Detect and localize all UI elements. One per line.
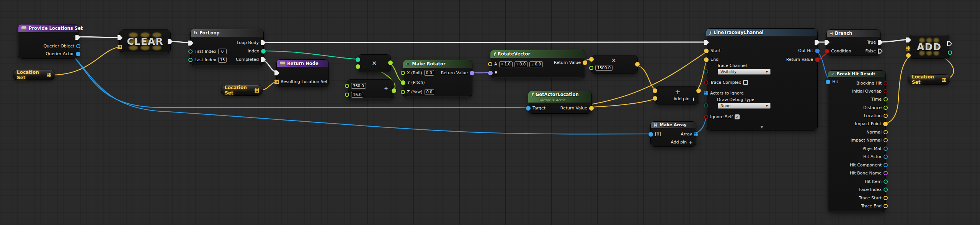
loop-body-pin[interactable]: Loop Body: [237, 40, 266, 46]
target-array-pin[interactable]: [118, 44, 122, 50]
exec-in-pin[interactable]: [118, 35, 122, 41]
x-roll-pin[interactable]: X (Roll) 0.0: [401, 70, 434, 76]
multiply-in-b-pin[interactable]: 1500.0: [589, 65, 612, 71]
hit-bone-name-pin[interactable]: Hit Bone Name: [850, 170, 888, 176]
end-pin[interactable]: End: [704, 57, 719, 62]
node-provide-locations-set[interactable]: Provide Locations Set Querier Object Que…: [18, 24, 78, 58]
trace-channel-dropdown[interactable]: Visibility▼: [718, 69, 771, 75]
hit-item-pin[interactable]: Hit Item: [865, 179, 888, 184]
divide-in-b-pin[interactable]: 16.0: [345, 92, 363, 98]
multiply-in-b-pin[interactable]: [356, 64, 360, 69]
variable-location-set-right[interactable]: Location Set: [908, 75, 950, 85]
trace-complex-checkbox[interactable]: [743, 80, 748, 85]
return-value-pin[interactable]: Return Value: [441, 70, 474, 76]
new-item-pin[interactable]: [906, 52, 911, 58]
querier-actor-pin[interactable]: Querier Actor: [46, 51, 80, 57]
add-out-pin[interactable]: [696, 88, 701, 93]
exec-in-pin[interactable]: [906, 37, 911, 43]
draw-debug-type-pin[interactable]: [704, 103, 708, 108]
divide-a-value[interactable]: 360.0: [351, 83, 366, 89]
node-line-trace-by-channel[interactable]: ƒ LineTraceByChannel Start End Trace Cha…: [706, 29, 817, 130]
z-yaw-pin[interactable]: Z (Yaw) 0.0: [401, 89, 434, 95]
false-pin[interactable]: False: [865, 48, 883, 54]
true-pin[interactable]: True: [867, 39, 883, 45]
face-index-pin[interactable]: Face Index: [859, 187, 888, 192]
completed-pin[interactable]: Completed: [236, 57, 266, 62]
array-out-pin[interactable]: Array: [681, 131, 698, 137]
last-index-pin[interactable]: Last Index 15: [188, 57, 227, 63]
querier-object-pin[interactable]: Querier Object: [43, 43, 80, 49]
collapse-chevron-icon[interactable]: ▼: [761, 125, 763, 129]
node-rotate-vector[interactable]: ƒ RotateVector A X1.0 Y0.0 Z0.0 B Return…: [490, 50, 585, 78]
exec-in-pin[interactable]: [704, 39, 709, 45]
exec-out-pin[interactable]: [947, 41, 952, 47]
array-pin[interactable]: [942, 78, 946, 82]
trace-end-pin[interactable]: Trace End: [861, 203, 888, 209]
array-pin[interactable]: [47, 73, 51, 77]
start-pin[interactable]: Start: [704, 48, 721, 54]
node-divide[interactable]: ÷ 360.0 16.0: [347, 80, 394, 99]
node-get-actor-location[interactable]: ƒ GetActorLocation Target is Actor Targe…: [528, 91, 591, 113]
normal-pin[interactable]: Normal: [866, 129, 888, 135]
element-0-pin[interactable]: [0]: [648, 131, 661, 137]
index-pin[interactable]: Index: [248, 48, 266, 54]
divide-in-a-pin[interactable]: 360.0: [345, 83, 366, 89]
b-rotator-pin[interactable]: B: [488, 70, 498, 76]
return-value-pin[interactable]: Return Value: [554, 60, 587, 65]
y-pitch-pin[interactable]: Y (Pitch): [401, 80, 425, 85]
node-break-hit-result[interactable]: ≺ Break Hit Result Hit Blocking Hit Init…: [828, 71, 885, 212]
return-index-pin[interactable]: [948, 50, 952, 55]
multiply-out-pin[interactable]: [635, 61, 640, 67]
exec-out-pin[interactable]: [815, 39, 820, 45]
trace-channel-pin[interactable]: [704, 68, 708, 74]
actors-to-ignore-pin[interactable]: Actors to Ignore: [704, 90, 744, 96]
out-hit-pin[interactable]: Out Hit: [798, 48, 820, 54]
exec-in-pin[interactable]: [825, 39, 830, 45]
node-array-clear[interactable]: CLEAR: [120, 30, 170, 53]
impact-point-pin[interactable]: Impact Point: [855, 121, 888, 127]
ignore-self-pin[interactable]: Ignore Self ✓: [704, 114, 740, 120]
node-array-add[interactable]: ADD: [908, 35, 950, 58]
initial-overlap-pin[interactable]: Initial Overlap: [852, 88, 888, 94]
trace-start-pin[interactable]: Trace Start: [859, 195, 888, 201]
target-array-pin[interactable]: [906, 46, 910, 51]
draw-debug-type-dropdown[interactable]: None▼: [718, 103, 771, 109]
blocking-hit-pin[interactable]: Blocking Hit: [856, 80, 888, 86]
node-make-array[interactable]: Make Array [0] Array +Add pin: [651, 122, 696, 146]
node-add-vector[interactable]: + +Add pin: [655, 87, 699, 104]
phys-mat-pin[interactable]: Phys Mat: [862, 146, 888, 152]
return-value-pin[interactable]: Return Value: [560, 105, 594, 111]
z-yaw-value[interactable]: 0.0: [425, 89, 434, 95]
variable-location-set-mid[interactable]: Location Set: [221, 85, 262, 95]
node-branch[interactable]: ◀ Branch Condition True False: [827, 30, 880, 55]
a-x-value[interactable]: X1.0: [499, 61, 513, 67]
resulting-location-set-pin[interactable]: Resulting Location Set: [274, 79, 328, 85]
target-pin[interactable]: Target: [526, 105, 546, 111]
return-value-pin[interactable]: Return Value: [786, 57, 820, 62]
x-roll-value[interactable]: 0.0: [424, 70, 434, 76]
add-pin-button[interactable]: +Add pin: [673, 96, 696, 102]
hit-pin[interactable]: Hit: [826, 79, 838, 85]
a-vector-pin[interactable]: A X1.0 Y0.0 Z0.0: [488, 61, 543, 67]
add-in-b-pin[interactable]: [653, 95, 657, 101]
exec-out-pin[interactable]: [168, 39, 173, 44]
trace-complex-pin[interactable]: Trace Complex: [704, 80, 748, 85]
add-in-a-pin[interactable]: [653, 88, 657, 93]
node-multiply-vector[interactable]: × 1500.0: [591, 55, 637, 73]
divide-b-value[interactable]: 16.0: [351, 92, 363, 98]
hit-actor-pin[interactable]: Hit Actor: [863, 154, 888, 160]
divide-out-pin[interactable]: [392, 88, 396, 93]
multiply-out-pin[interactable]: [388, 60, 393, 65]
impact-normal-pin[interactable]: Impact Normal: [851, 137, 888, 143]
exec-in-pin[interactable]: [274, 70, 279, 76]
variable-location-set-left[interactable]: Location Set: [13, 70, 55, 80]
a-z-value[interactable]: Z0.0: [529, 61, 543, 67]
multiply-b-value[interactable]: 1500.0: [595, 65, 612, 71]
first-index-value[interactable]: 0: [218, 49, 227, 54]
node-return[interactable]: Return Node Resulting Location Set: [277, 60, 328, 86]
condition-pin[interactable]: Condition: [825, 48, 851, 54]
a-y-value[interactable]: Y0.0: [514, 61, 528, 67]
add-pin-button[interactable]: +Add pin: [671, 139, 693, 145]
first-index-pin[interactable]: First Index 0: [188, 49, 227, 54]
location-pin[interactable]: Location: [864, 113, 888, 119]
